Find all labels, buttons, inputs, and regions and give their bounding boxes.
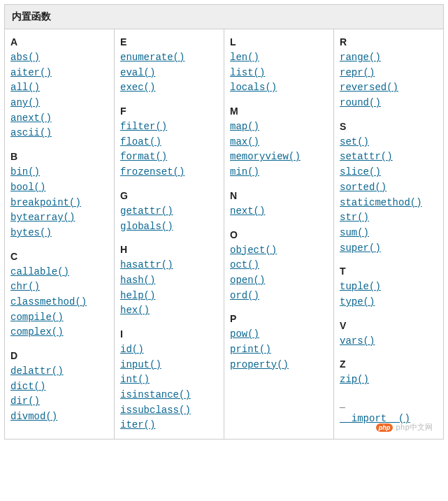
letter-group: Ttuple()type() — [340, 266, 438, 310]
function-link[interactable]: delattr() — [10, 364, 108, 379]
function-link[interactable]: abs() — [10, 50, 108, 66]
function-link[interactable]: input() — [120, 358, 218, 373]
function-link[interactable]: bytes() — [10, 226, 108, 241]
function-link[interactable]: bool() — [10, 180, 108, 196]
function-link[interactable]: any() — [10, 96, 108, 111]
function-link[interactable]: object() — [230, 243, 328, 259]
function-link[interactable]: max() — [230, 135, 328, 150]
group-letter: H — [120, 244, 218, 255]
function-link[interactable]: open() — [230, 273, 328, 289]
function-link[interactable]: setattr() — [340, 150, 438, 165]
function-link[interactable]: list() — [230, 66, 328, 81]
letter-group: Zzip() — [340, 358, 438, 388]
function-link[interactable]: issubclass() — [120, 403, 218, 419]
function-link[interactable]: isinstance() — [120, 388, 218, 403]
function-link[interactable]: enumerate() — [120, 50, 218, 66]
function-link[interactable]: eval() — [120, 66, 218, 81]
function-link[interactable]: round() — [340, 96, 438, 111]
letter-group: Bbin()bool()breakpoint()bytearray()bytes… — [10, 151, 108, 240]
function-link[interactable]: range() — [340, 50, 438, 66]
function-link[interactable]: chr() — [10, 279, 108, 295]
function-link[interactable]: callable() — [10, 265, 108, 280]
function-link[interactable]: classmethod() — [10, 295, 108, 310]
group-letter: A — [10, 36, 108, 48]
function-link[interactable]: memoryview() — [230, 150, 328, 165]
letter-group: Oobject()oct()open()ord() — [230, 229, 328, 304]
letter-group: Hhasattr()hash()help()hex() — [120, 244, 218, 319]
function-link[interactable]: min() — [230, 165, 328, 180]
function-link[interactable]: ascii() — [10, 126, 108, 141]
function-link[interactable]: staticmethod() — [340, 196, 438, 211]
group-letter: M — [230, 106, 328, 117]
letter-group: Rrange()repr()reversed()round() — [340, 36, 438, 111]
function-link[interactable]: repr() — [340, 66, 438, 81]
function-link[interactable]: iter() — [120, 418, 218, 433]
column: Rrange()repr()reversed()round()Sset()set… — [334, 29, 443, 439]
function-link[interactable]: sorted() — [340, 180, 438, 196]
function-link[interactable]: complex() — [10, 325, 108, 340]
column: Llen()list()locals()Mmap()max()memoryvie… — [224, 29, 334, 439]
function-link[interactable]: reversed() — [340, 80, 438, 96]
function-link[interactable]: print() — [230, 342, 328, 358]
function-link[interactable]: vars() — [340, 334, 438, 349]
function-link[interactable]: len() — [230, 50, 328, 66]
group-letter: C — [10, 251, 108, 262]
function-link[interactable]: anext() — [10, 111, 108, 126]
function-link[interactable]: slice() — [340, 165, 438, 180]
group-letter: R — [340, 36, 438, 48]
function-link[interactable]: hasattr() — [120, 258, 218, 273]
columns-container: Aabs()aiter()all()any()anext()ascii()Bbi… — [5, 29, 443, 439]
function-link[interactable]: set() — [340, 135, 438, 150]
function-link[interactable]: type() — [340, 295, 438, 310]
function-link[interactable]: float() — [120, 135, 218, 150]
function-link[interactable]: str() — [340, 210, 438, 226]
letter-group: Ccallable()chr()classmethod()compile()co… — [10, 251, 108, 340]
function-link[interactable]: all() — [10, 80, 108, 96]
function-link[interactable]: hash() — [120, 273, 218, 289]
function-link[interactable]: ord() — [230, 289, 328, 304]
group-letter: B — [10, 151, 108, 162]
group-letter: G — [120, 190, 218, 201]
letter-group: Vvars() — [340, 320, 438, 349]
letter-group: Iid()input()int()isinstance()issubclass(… — [120, 328, 218, 433]
function-link[interactable]: divmod() — [10, 409, 108, 425]
function-link[interactable]: int() — [120, 372, 218, 388]
function-link[interactable]: zip() — [340, 372, 438, 388]
function-link[interactable]: locals() — [230, 80, 328, 96]
function-link[interactable]: map() — [230, 119, 328, 135]
function-link[interactable]: super() — [340, 241, 438, 256]
function-link[interactable]: getattr() — [120, 204, 218, 219]
letter-group: ___import__() — [340, 398, 438, 427]
function-link[interactable]: oct() — [230, 258, 328, 273]
function-link[interactable]: id() — [120, 342, 218, 358]
function-link[interactable]: dict() — [10, 379, 108, 395]
function-link[interactable]: aiter() — [10, 66, 108, 81]
group-letter: E — [120, 36, 218, 48]
function-link[interactable]: hex() — [120, 303, 218, 319]
function-link[interactable]: compile() — [10, 310, 108, 326]
group-letter: D — [10, 350, 108, 361]
function-link[interactable]: breakpoint() — [10, 196, 108, 211]
function-link[interactable]: pow() — [230, 327, 328, 342]
function-link[interactable]: dir() — [10, 394, 108, 409]
function-link[interactable]: help() — [120, 289, 218, 304]
function-link[interactable]: format() — [120, 150, 218, 165]
letter-group: Ffilter()float()format()frozenset() — [120, 106, 218, 180]
letter-group: Eenumerate()eval()exec() — [120, 36, 218, 96]
function-link[interactable]: tuple() — [340, 279, 438, 295]
function-link[interactable]: property() — [230, 358, 328, 373]
function-link[interactable]: globals() — [120, 219, 218, 235]
function-link[interactable]: bytearray() — [10, 210, 108, 226]
function-link[interactable]: filter() — [120, 119, 218, 135]
group-letter: I — [120, 328, 218, 340]
group-letter: Z — [340, 358, 438, 370]
function-link[interactable]: exec() — [120, 80, 218, 96]
function-link[interactable]: frozenset() — [120, 165, 218, 180]
group-letter: T — [340, 266, 438, 277]
function-link[interactable]: sum() — [340, 226, 438, 241]
function-link[interactable]: next() — [230, 204, 328, 219]
group-letter: F — [120, 106, 218, 117]
group-letter: O — [230, 229, 328, 240]
function-link[interactable]: bin() — [10, 165, 108, 180]
function-link[interactable]: __import__() — [340, 412, 438, 427]
